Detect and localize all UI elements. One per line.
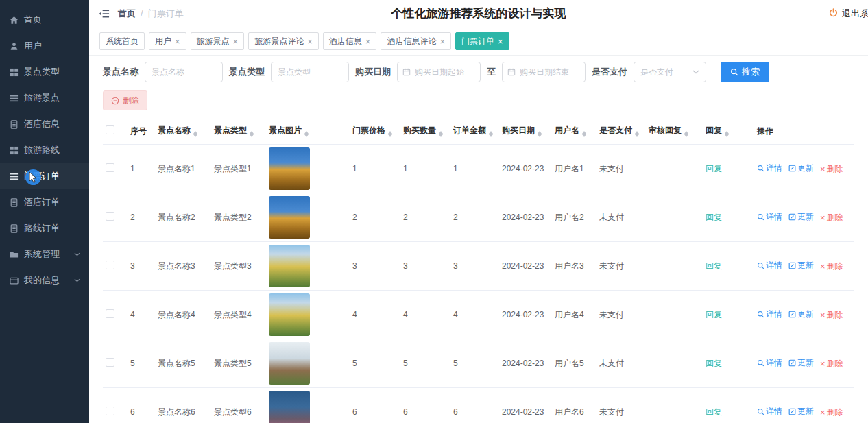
sort-icon[interactable]	[684, 131, 688, 137]
column-header[interactable]: 回复	[703, 118, 754, 145]
update-link[interactable]: 更新	[788, 260, 814, 271]
column-header[interactable]: 门票价格	[350, 118, 400, 145]
cell-order-amount: 2	[450, 193, 499, 242]
sidebar-item-spots[interactable]: 旅游景点	[0, 85, 89, 111]
sort-icon[interactable]	[725, 131, 729, 137]
tab-hotel-info[interactable]: 酒店信息×	[323, 32, 377, 50]
spot-type-input[interactable]	[271, 62, 349, 82]
delete-link[interactable]: ×删除	[820, 358, 843, 370]
detail-link[interactable]: 详情	[757, 260, 782, 271]
tab-close-icon[interactable]: ×	[175, 37, 180, 46]
select-all-checkbox[interactable]	[106, 125, 114, 134]
sort-icon[interactable]	[250, 131, 254, 137]
breadcrumb-home[interactable]: 首页	[118, 8, 136, 20]
detail-link[interactable]: 详情	[757, 357, 782, 369]
column-header[interactable]: 景点图片	[266, 118, 350, 145]
sidebar-item-system[interactable]: 系统管理	[0, 241, 89, 267]
column-header[interactable]: 用户名	[552, 118, 596, 145]
row-checkbox[interactable]	[106, 261, 114, 269]
update-link[interactable]: 更新	[788, 406, 814, 418]
delete-link[interactable]: ×删除	[820, 407, 843, 418]
sort-icon[interactable]	[193, 131, 197, 137]
detail-link[interactable]: 详情	[757, 162, 782, 174]
purchase-date-end-input[interactable]	[502, 62, 586, 82]
row-checkbox[interactable]	[106, 212, 114, 221]
sort-icon[interactable]	[538, 131, 542, 137]
sidebar-item-routes[interactable]: 旅游路线	[0, 137, 89, 163]
tab-close-icon[interactable]: ×	[307, 37, 313, 46]
sort-icon[interactable]	[489, 131, 493, 137]
grid-icon	[9, 146, 19, 155]
sidebar-item-route-orders[interactable]: 路线订单	[0, 215, 89, 241]
column-header[interactable]: 景点类型	[211, 118, 266, 145]
tab-sys-home[interactable]: 系统首页	[99, 32, 145, 50]
detail-link[interactable]: 详情	[757, 211, 782, 223]
sort-icon[interactable]	[635, 131, 639, 137]
detail-link[interactable]: 详情	[757, 406, 782, 418]
cell-actions: 详情更新×删除	[754, 242, 854, 291]
update-link[interactable]: 更新	[788, 211, 814, 223]
detail-link[interactable]: 详情	[757, 309, 782, 320]
tab-close-icon[interactable]: ×	[233, 37, 239, 46]
sidebar-item-my-info[interactable]: 我的信息	[0, 267, 89, 293]
sidebar-item-home[interactable]: 首页	[0, 7, 89, 33]
tab-users[interactable]: 用户×	[149, 32, 186, 50]
row-checkbox[interactable]	[106, 163, 114, 172]
spot-name-input[interactable]	[145, 62, 223, 82]
tab-close-icon[interactable]: ×	[365, 37, 371, 46]
update-link[interactable]: 更新	[788, 162, 814, 174]
tab-close-icon[interactable]: ×	[498, 37, 503, 46]
delete-link[interactable]: ×删除	[820, 261, 843, 272]
search-button[interactable]: 搜索	[721, 62, 769, 82]
delete-link[interactable]: ×删除	[820, 309, 843, 321]
row-checkbox[interactable]	[106, 309, 114, 318]
pay-status-placeholder: 是否支付	[640, 67, 673, 78]
sidebar-item-spot-types[interactable]: 景点类型	[0, 59, 89, 85]
reply-link[interactable]: 回复	[706, 213, 722, 222]
cell-reply: 回复	[703, 291, 754, 339]
cell-purchase-date: 2024-02-23	[499, 193, 552, 242]
tab-spot-comments[interactable]: 旅游景点评论×	[248, 32, 319, 50]
pay-status-select[interactable]: 是否支付	[634, 62, 706, 82]
collapse-sidebar-icon[interactable]	[99, 9, 110, 19]
tab-ticket-orders[interactable]: 门票订单×	[455, 32, 509, 50]
column-header[interactable]: 订单金额	[450, 118, 499, 145]
column-header[interactable]: 购买数量	[400, 118, 450, 145]
sidebar-item-users[interactable]: 用户	[0, 33, 89, 59]
update-link[interactable]: 更新	[788, 357, 814, 369]
reply-link[interactable]: 回复	[706, 359, 722, 368]
cell-pay-status: 未支付	[596, 193, 646, 242]
reply-link[interactable]: 回复	[706, 310, 722, 319]
tab-spots[interactable]: 旅游景点×	[191, 32, 245, 50]
sort-icon[interactable]	[439, 131, 443, 137]
column-header[interactable]: 是否支付	[596, 118, 646, 145]
row-checkbox[interactable]	[106, 407, 114, 415]
tab-close-icon[interactable]: ×	[439, 37, 445, 46]
reply-link[interactable]: 回复	[706, 261, 722, 271]
column-header[interactable]: 景点名称	[155, 118, 211, 145]
sidebar-item-label: 旅游路线	[24, 144, 60, 156]
delete-button[interactable]: 删除	[103, 90, 147, 110]
sort-icon[interactable]	[582, 131, 586, 137]
sidebar-item-hotel-orders[interactable]: 酒店订单	[0, 189, 89, 215]
cell-username: 用户名1	[552, 145, 596, 193]
delete-link[interactable]: ×删除	[820, 212, 843, 223]
purchase-date-start-input[interactable]	[397, 62, 481, 82]
power-icon	[828, 8, 839, 19]
sidebar-item-ticket-orders[interactable]: 门票订单	[0, 163, 89, 189]
reply-link[interactable]: 回复	[706, 164, 722, 173]
column-header[interactable]: 购买日期	[499, 118, 552, 145]
spot-photo	[269, 391, 310, 423]
edit-icon	[788, 359, 796, 367]
tab-hotel-comments[interactable]: 酒店信息评论×	[381, 32, 451, 50]
update-link[interactable]: 更新	[788, 309, 814, 320]
sort-icon[interactable]	[304, 131, 309, 137]
reply-link[interactable]: 回复	[706, 407, 722, 417]
delete-link[interactable]: ×删除	[820, 163, 843, 175]
row-checkbox[interactable]	[106, 358, 114, 367]
logout-button[interactable]: 退出系统	[828, 8, 868, 20]
column-header[interactable]: 审核回复	[646, 118, 703, 145]
home-icon	[9, 16, 19, 25]
sort-icon[interactable]	[388, 131, 392, 137]
sidebar-item-hotel-info[interactable]: 酒店信息	[0, 111, 89, 137]
